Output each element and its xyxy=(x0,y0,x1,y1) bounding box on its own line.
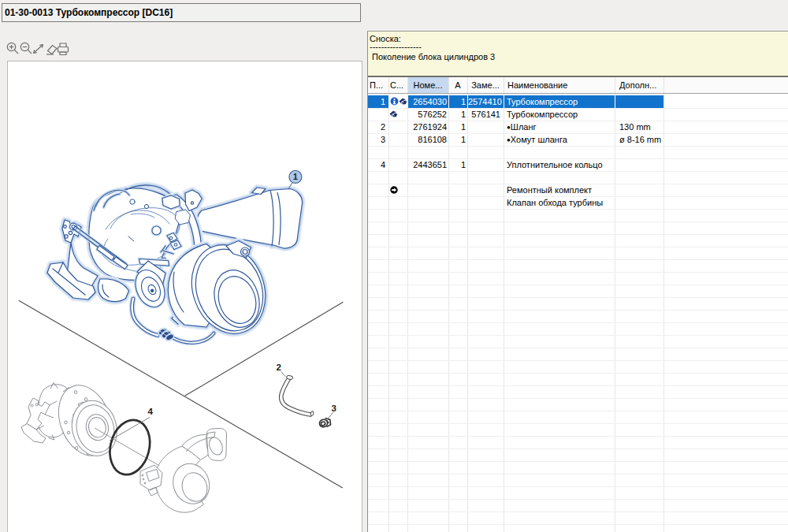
svg-text:4: 4 xyxy=(148,407,154,416)
svg-text:3: 3 xyxy=(332,404,336,413)
svg-text:2: 2 xyxy=(277,363,281,372)
svg-text:1: 1 xyxy=(293,172,298,181)
